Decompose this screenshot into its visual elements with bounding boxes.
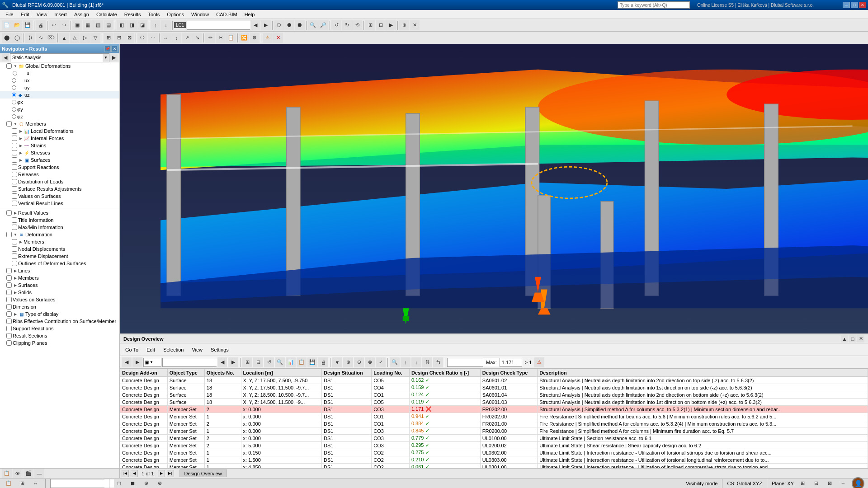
tb-btn-11[interactable]: ↑ (151, 20, 160, 30)
tree-item-title-info[interactable]: Title Information (0, 216, 119, 224)
menu-view[interactable]: View (33, 11, 51, 18)
tb-3d-3[interactable]: ⬣ (295, 20, 305, 30)
open-btn[interactable]: 📂 (12, 20, 22, 30)
tb-view-2[interactable]: ⊟ (376, 20, 386, 30)
tb2-2[interactable]: ◯ (12, 33, 22, 43)
tb-btn-9[interactable]: ◨ (127, 20, 137, 30)
table-row[interactable]: Concrete DesignSurface18X, Y, Z: 18.500,… (120, 391, 868, 399)
lines-toggle[interactable]: ▶ (13, 268, 18, 273)
panel-expand-btn[interactable]: ▲ (841, 335, 848, 343)
tb-3d-2[interactable]: ⬢ (284, 20, 294, 30)
table-row[interactable]: Concrete DesignMember Set1x: 0.150DS1CO2… (120, 449, 868, 456)
status-right3[interactable]: ⊠ (825, 479, 835, 488)
design-view-dropdown[interactable]: Overview ▼ (162, 358, 217, 367)
tb2-20[interactable]: ✂ (216, 33, 226, 43)
tb2-12[interactable]: ⊠ (124, 33, 134, 43)
first-page-btn[interactable]: |◀ (122, 470, 129, 477)
menu-options[interactable]: Options (163, 11, 188, 18)
tb-zoom-1[interactable]: 🔍 (308, 20, 318, 30)
vert-lines-check[interactable] (12, 201, 17, 206)
surfaces2-toggle[interactable]: ▶ (13, 282, 18, 288)
uy-radio[interactable] (12, 85, 16, 90)
tree-item-stresses[interactable]: ▶ ⚡ Stresses (0, 149, 119, 156)
btb-btn4[interactable]: 🔍 (275, 357, 285, 367)
close-button[interactable]: ✕ (859, 2, 866, 8)
surfaces-check[interactable] (12, 157, 17, 163)
uz-radio[interactable] (12, 93, 16, 97)
tb-zoom-2[interactable]: 🔎 (318, 20, 328, 30)
tb2-warn[interactable]: ⚠ (263, 33, 273, 43)
menu-cad-bim[interactable]: CAD-BIM (212, 11, 241, 18)
btb-sort2[interactable]: ↓ (411, 357, 421, 367)
nav-btn-4[interactable]: — (34, 469, 44, 479)
tb2-8[interactable]: ▷ (80, 33, 90, 43)
tree-item-lines[interactable]: ▶ Lines (0, 267, 119, 274)
static-analysis-arrow[interactable]: ▼ (103, 54, 109, 62)
surf-results-check[interactable] (12, 186, 17, 192)
table-row[interactable]: Concrete DesignMember Set2x: 0.000DS1CO1… (120, 420, 868, 427)
tree-item-deformation[interactable]: ▼ ≋ Deformation (0, 231, 119, 238)
btb-sort3[interactable]: ⇅ (422, 357, 432, 367)
tb-rot-1[interactable]: ↺ (331, 20, 341, 30)
none-dropdown[interactable]: None ▼ (447, 358, 483, 367)
goto-menu[interactable]: Go To (122, 346, 142, 353)
menu-window[interactable]: Window (188, 11, 212, 18)
phiz-radio[interactable] (12, 114, 16, 119)
local-def-toggle[interactable]: ▶ (18, 128, 24, 134)
tb2-14[interactable]: ⋯ (148, 33, 158, 43)
coordinate-system-combo[interactable]: 1 - Global XYZ ▼ (50, 479, 104, 488)
result-sections-check[interactable] (6, 333, 12, 338)
stresses-check[interactable] (12, 150, 17, 155)
btb-filter1[interactable]: ▼ (332, 357, 342, 367)
solids-check[interactable] (6, 290, 12, 295)
dist-loads-check[interactable] (12, 179, 17, 184)
status-btn4[interactable]: ◻ (114, 479, 124, 488)
tree-item-vertical-lines[interactable]: Vertical Result Lines (0, 200, 119, 207)
tree-item-local-deformations[interactable]: ▶ 📊 Local Deformations (0, 127, 119, 135)
tb2-10[interactable]: ⊞ (104, 33, 113, 43)
phix-radio[interactable] (12, 100, 16, 104)
nav-left-btn[interactable]: ◀ (2, 54, 9, 61)
releases-check[interactable] (12, 172, 17, 177)
table-row[interactable]: Concrete DesignSurface18X, Y, Z: 17.500,… (120, 377, 868, 384)
tb-btn-5[interactable]: ▦ (83, 20, 93, 30)
internal-forces-check[interactable] (12, 136, 17, 141)
clipping-planes-check[interactable] (6, 340, 12, 346)
menu-results[interactable]: Results (121, 11, 145, 18)
tree-item-members[interactable]: ▼ ⬡ Members (0, 120, 119, 127)
tb2-3[interactable]: ⟨⟩ (25, 33, 35, 43)
tree-item-strains[interactable]: ▶ 〰 Strains (0, 142, 119, 149)
btb-btn1[interactable]: ⊞ (242, 357, 252, 367)
tree-item-clipping-planes[interactable]: Clipping Planes (0, 339, 119, 347)
tree-item-members2[interactable]: ▶ Members (0, 274, 119, 282)
btb-filter3[interactable]: ⊖ (354, 357, 364, 367)
tb2-err[interactable]: ✕ (273, 33, 283, 43)
status-btn7[interactable]: ⊗ (155, 479, 165, 488)
support-react-check[interactable] (12, 164, 17, 170)
tb-snap-1[interactable]: ⊕ (399, 20, 409, 30)
tree-item-u-abs[interactable]: |u| (0, 70, 119, 77)
tree-item-ux[interactable]: ux (0, 77, 119, 84)
status-btn3[interactable]: ↔ (31, 479, 41, 488)
redo-btn[interactable]: ↪ (59, 20, 69, 30)
search-input[interactable] (618, 1, 690, 9)
last-page-btn[interactable]: ▶| (167, 470, 174, 477)
tree-item-values-on-surfaces[interactable]: Values on Surfaces (0, 192, 119, 200)
tree-item-nodal-displacements[interactable]: Nodal Displacements (0, 245, 119, 253)
save-btn[interactable]: 💾 (23, 20, 33, 30)
user-avatar[interactable]: 👤 (852, 477, 864, 488)
deformation-check[interactable] (6, 232, 12, 237)
tb-view-1[interactable]: ⊞ (365, 20, 375, 30)
tb-prev-lc[interactable]: ◀ (250, 20, 260, 30)
menu-edit[interactable]: Edit (17, 11, 33, 18)
members-deform-toggle[interactable]: ▶ (18, 239, 24, 244)
lc-name-input[interactable]: Eigengewicht (187, 21, 253, 29)
tb-next-lc[interactable]: ▶ (261, 20, 271, 30)
design-table-wrap[interactable]: Design Add-on Object Type Objects No. Lo… (120, 369, 868, 468)
lc-name-combo[interactable]: Eigengewicht ▼ (187, 21, 250, 30)
extreme-displ-check[interactable] (12, 253, 17, 259)
settings-menu[interactable]: Settings (207, 346, 232, 353)
status-right2[interactable]: ⊟ (811, 479, 821, 488)
tb-btn-7[interactable]: ▤ (104, 20, 113, 30)
global-deformations-check[interactable] (6, 63, 12, 69)
